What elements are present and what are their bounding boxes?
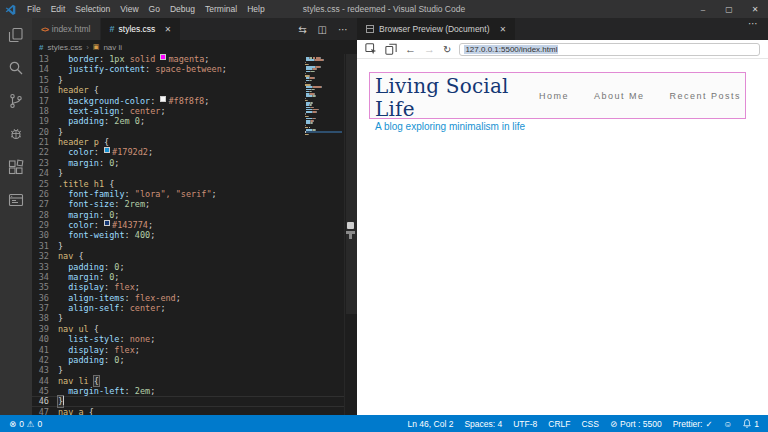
code-line[interactable]: 29 color: #143774; [32,220,357,230]
code-line[interactable]: 42 padding: 0; [32,355,357,365]
menu-item-go[interactable]: Go [144,4,165,14]
code-token: { [89,324,99,334]
url-input[interactable]: 127.0.0.1:5500/index.html [459,43,760,56]
tab-close-icon[interactable]: ✕ [500,25,507,34]
code-line[interactable]: 37 align-self: center; [32,303,357,313]
code-line[interactable]: 32nav { [32,251,357,261]
code-line[interactable]: 33 padding: 0; [32,262,357,272]
code-token: { [73,251,83,261]
site-nav-link-about-me[interactable]: About Me [594,91,645,101]
language-mode[interactable]: CSS [581,419,598,429]
notifications-bell[interactable]: 1 [743,419,759,429]
code-token [58,293,68,303]
browser-preview-panel: Browser Preview (Document) ✕ ⋯ ← → ↻ [357,18,768,415]
menu-item-debug[interactable]: Debug [165,4,200,14]
prettier-status[interactable]: Prettier: ✓ [673,419,713,429]
cursor-position[interactable]: Ln 46, Col 2 [408,419,454,429]
tab-styles-css[interactable]: # styles.css ✕ [101,18,182,40]
breadcrumb[interactable]: # styles.css › ▣ nav li [32,40,357,54]
live-server-port[interactable]: ⊘ Port : 5500 [610,419,662,429]
device-toggle-icon[interactable] [385,43,397,55]
code-line[interactable]: 25.title h1 { [32,179,357,189]
split-editor-icon[interactable]: ◫ [318,24,327,35]
code-line[interactable]: 31} [32,241,357,251]
breadcrumb-symbol[interactable]: nav li [103,43,122,52]
menu-item-selection[interactable]: Selection [70,4,115,14]
code-line[interactable]: 23 margin: 0; [32,158,357,168]
more-actions-icon[interactable]: ⋯ [338,24,348,35]
code-token: { [89,85,99,95]
minimap[interactable] [305,57,342,136]
title-bar: FileEditSelectionViewGoDebugTerminalHelp… [0,0,768,18]
code-token: { [94,376,99,386]
menu-item-terminal[interactable]: Terminal [200,4,242,14]
code-line[interactable]: 41 display: flex; [32,345,357,355]
extensions-icon[interactable] [8,159,24,175]
code-line[interactable]: 28 margin: 0; [32,210,357,220]
code-line[interactable]: 22 color: #1792d2; [32,147,357,157]
code-token: ; [148,220,153,230]
code-line[interactable]: 21header p { [32,137,357,147]
code-line[interactable]: 38} [32,313,357,323]
line-number: 17 [32,96,58,106]
code-token: : [119,106,129,116]
code-line[interactable]: 36 align-items: flex-end; [32,293,357,303]
breadcrumb-file[interactable]: styles.css [47,43,82,52]
code-token: 2em 0 [114,116,140,126]
menu-item-view[interactable]: View [115,4,143,14]
line-number: 38 [32,313,58,323]
close-button[interactable]: ✕ [742,0,768,18]
code-token: : [145,64,155,74]
problems-indicator[interactable]: ⊗ 0 ⚠ 0 [9,419,42,429]
code-line[interactable]: 43} [32,365,357,375]
back-icon[interactable]: ← [405,44,416,55]
code-line[interactable]: 35 display: flex; [32,282,357,292]
feedback-smiley-icon[interactable]: ☺ [724,419,733,429]
tab-browser-preview[interactable]: Browser Preview (Document) ✕ [357,18,515,40]
menu-item-edit[interactable]: Edit [46,4,71,14]
main-area: <> index.html # styles.css ✕ ⇆ ◫ ⋯ # sty… [0,18,768,415]
inspect-icon[interactable] [365,43,377,55]
code-line[interactable]: 26 font-family: "lora", "serif"; [32,189,357,199]
tab-index-html[interactable]: <> index.html [32,18,101,40]
editor-scrollbar[interactable] [344,54,357,415]
split-in-group-icon[interactable]: ⇆ [298,24,306,35]
code-token [58,345,68,355]
minimize-button[interactable]: – [690,0,716,18]
code-line[interactable]: 39nav ul { [32,324,357,334]
site-nav-link-recent-posts[interactable]: Recent Posts [669,91,741,101]
tab-close-icon[interactable]: ✕ [164,25,171,34]
code-line[interactable]: 34 margin: 0; [32,272,357,282]
code-token: } [58,127,63,137]
code-token [58,230,68,240]
panel-more-actions-icon[interactable]: ⋯ [748,18,768,40]
debug-icon[interactable] [8,126,24,142]
maximize-button[interactable]: ▢ [716,0,742,18]
menu-item-help[interactable]: Help [242,4,269,14]
menu-item-file[interactable]: File [22,4,46,14]
code-token: ; [114,272,119,282]
code-editor[interactable]: 13 border: 1px solid magenta;14 justify-… [32,54,357,415]
site-nav-link-home[interactable]: Home [539,91,569,101]
eol-sequence[interactable]: CRLF [548,419,570,429]
code-line[interactable]: 40 list-style: none; [32,334,357,344]
code-token: : [104,116,114,126]
source-control-icon[interactable] [8,93,24,109]
encoding[interactable]: UTF-8 [513,419,537,429]
code-line[interactable]: 44nav li { [32,376,357,386]
code-token: : [150,96,160,106]
browser-preview-icon[interactable] [8,192,24,208]
indentation[interactable]: Spaces: 4 [464,419,502,429]
code-line[interactable]: 47nav a { [32,407,357,415]
code-line[interactable]: 24} [32,168,357,178]
code-line[interactable]: 30 font-weight: 400; [32,230,357,240]
explorer-icon[interactable] [8,27,24,43]
refresh-icon[interactable]: ↻ [443,44,451,55]
scrollbar-thumb[interactable] [346,54,357,314]
code-line[interactable]: 46} [32,396,357,406]
search-icon[interactable] [8,60,24,76]
code-line[interactable]: 27 font-size: 2rem; [32,199,357,209]
line-number: 26 [32,189,58,199]
code-line[interactable]: 45 margin-left: 2em; [32,386,357,396]
code-token: ; [114,158,119,168]
